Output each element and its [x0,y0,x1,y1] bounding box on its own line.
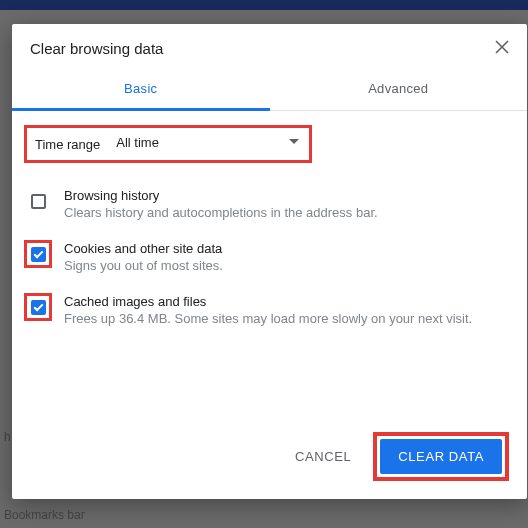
time-range-row: Time range All time [24,125,312,163]
option-title: Cached images and files [64,294,472,309]
tab-basic[interactable]: Basic [12,69,270,111]
chevron-down-icon [289,139,299,144]
clear-browsing-data-dialog: Clear browsing data Basic Advanced Time … [12,24,527,499]
clear-data-button[interactable]: CLEAR DATA [380,439,502,474]
dialog-title: Clear browsing data [30,40,163,57]
option-desc: Signs you out of most sites. [64,258,223,273]
option-desc: Frees up 36.4 MB. Some sites may load mo… [64,311,472,326]
tab-advanced[interactable]: Advanced [270,69,528,110]
close-icon[interactable] [495,40,509,57]
checkbox-cookies[interactable] [31,247,46,262]
tabs: Basic Advanced [12,69,527,111]
option-desc: Clears history and autocompletions in th… [64,205,378,220]
option-title: Cookies and other site data [64,241,223,256]
checkbox-cached[interactable] [31,300,46,315]
option-title: Browsing history [64,188,378,203]
cancel-button[interactable]: CANCEL [281,439,365,474]
time-range-label: Time range [35,137,100,152]
option-cached[interactable]: Cached images and files Frees up 36.4 MB… [24,293,515,326]
time-range-value: All time [116,135,159,150]
time-range-select[interactable]: All time [114,135,301,153]
option-browsing-history[interactable]: Browsing history Clears history and auto… [24,187,515,220]
option-cookies[interactable]: Cookies and other site data Signs you ou… [24,240,515,273]
checkbox-browsing-history[interactable] [31,194,46,209]
